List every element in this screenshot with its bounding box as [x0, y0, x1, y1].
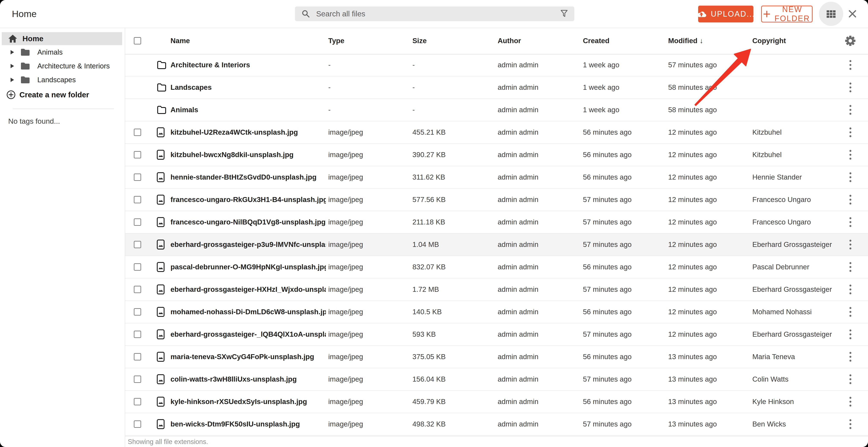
column-header-name[interactable]: Name — [170, 37, 326, 45]
column-header-author[interactable]: Author — [498, 37, 521, 45]
sidebar-item-landscapes[interactable]: Landscapes — [0, 73, 125, 87]
row-menu-button[interactable] — [845, 419, 855, 429]
file-type: image/jpeg — [328, 240, 363, 249]
row-menu-button[interactable] — [845, 173, 855, 182]
create-folder-button[interactable]: Create a new folder — [0, 88, 125, 101]
expand-caret-icon[interactable] — [10, 78, 14, 82]
table-row[interactable]: Animals--admin admin1 week ago58 minutes… — [125, 99, 868, 121]
row-menu-button[interactable] — [845, 217, 855, 227]
file-type: image/jpeg — [328, 173, 363, 181]
row-checkbox[interactable] — [134, 218, 141, 226]
column-header-created[interactable]: Created — [583, 37, 610, 45]
file-size: 375.05 KB — [412, 353, 446, 361]
created-time: 1 week ago — [583, 106, 619, 114]
kebab-dot — [849, 337, 851, 339]
row-menu-button[interactable] — [845, 195, 855, 205]
row-checkbox[interactable] — [134, 241, 141, 248]
row-menu-button[interactable] — [845, 240, 855, 249]
row-menu-button[interactable] — [845, 375, 855, 384]
row-checkbox[interactable] — [134, 376, 141, 383]
row-menu-button[interactable] — [845, 262, 855, 272]
row-menu-button[interactable] — [845, 127, 855, 137]
column-header-copyright[interactable]: Copyright — [752, 37, 845, 45]
row-menu-button[interactable] — [845, 352, 855, 362]
row-checkbox[interactable] — [134, 398, 141, 405]
folder-icon — [157, 105, 166, 114]
kebab-dot — [849, 176, 851, 178]
file-author: admin admin — [498, 151, 538, 159]
select-all-checkbox[interactable] — [134, 37, 141, 44]
expand-caret-icon[interactable] — [10, 64, 14, 68]
row-menu-button[interactable] — [845, 150, 855, 160]
file-size: 390.27 KB — [412, 151, 446, 159]
table-row[interactable]: mohamed-nohassi-Di-DmLD6cW8-unsplash.jpg… — [125, 301, 868, 323]
row-checkbox[interactable] — [134, 420, 141, 428]
table-row[interactable]: kyle-hinkson-rXSUedxSyIs-unsplash.jpgima… — [125, 391, 868, 413]
created-time: 57 minutes ago — [583, 196, 632, 204]
kebab-dot — [849, 375, 851, 377]
column-header-type[interactable]: Type — [328, 37, 344, 45]
filter-icon[interactable] — [560, 10, 568, 18]
row-checkbox[interactable] — [134, 353, 141, 360]
grid-view-button[interactable] — [819, 2, 843, 26]
row-menu-button[interactable] — [845, 307, 855, 317]
file-name: Animals — [170, 106, 326, 114]
row-menu-button[interactable] — [845, 397, 855, 407]
image-file-icon — [157, 195, 165, 205]
table-row[interactable]: eberhard-grossgasteiger-HXHzI_Wjxdo-unsp… — [125, 278, 868, 301]
search-input[interactable] — [316, 9, 555, 18]
table-row[interactable]: hennie-stander-BtHtZsGvdD0-unsplash.jpgi… — [125, 166, 868, 189]
table-row[interactable]: eberhard-grossgasteiger-_lQB4QlX1oA-unsp… — [125, 323, 868, 346]
search-icon — [302, 9, 310, 18]
table-row[interactable]: francesco-ungaro-NilBQqD1Vg8-unsplash.jp… — [125, 211, 868, 234]
created-time: 1 week ago — [583, 61, 619, 69]
kebab-dot — [849, 270, 851, 272]
file-author: admin admin — [498, 285, 538, 294]
file-size: 156.04 KB — [412, 375, 446, 383]
file-name: kyle-hinkson-rXSUedxSyIs-unsplash.jpg — [170, 397, 326, 406]
sidebar-item-architecture-interiors[interactable]: Architecture & Interiors — [0, 59, 125, 73]
column-settings-button[interactable] — [845, 35, 856, 47]
table-row[interactable]: pascal-debrunner-O-MG9HpNKgI-unsplash.jp… — [125, 256, 868, 278]
column-header-modified[interactable]: Modified↓ — [668, 37, 703, 45]
table-row[interactable]: Landscapes--admin admin1 week ago58 minu… — [125, 77, 868, 99]
row-checkbox[interactable] — [134, 308, 141, 316]
table-row[interactable]: ben-wicks-Dtm9FK50sIU-unsplash.jpgimage/… — [125, 413, 868, 436]
file-type: - — [328, 61, 331, 69]
table-row[interactable]: kitzbuhel-U2Reza4WCtk-unsplash.jpgimage/… — [125, 121, 868, 144]
new-folder-button[interactable]: NEW FOLDER — [761, 6, 812, 23]
sidebar-item-home[interactable]: Home — [2, 32, 122, 45]
table-row[interactable]: francesco-ungaro-RkGUx3H1-B4-unsplash.jp… — [125, 189, 868, 211]
table-row[interactable]: kitzbuhel-bwcxNg8dkiI-unsplash.jpgimage/… — [125, 144, 868, 166]
search-bar[interactable] — [295, 6, 574, 21]
row-menu-button[interactable] — [845, 285, 855, 294]
row-menu-button[interactable] — [845, 330, 855, 339]
row-menu-button[interactable] — [845, 105, 855, 115]
row-checkbox[interactable] — [134, 196, 141, 203]
close-button[interactable] — [846, 8, 859, 20]
row-checkbox[interactable] — [134, 286, 141, 293]
file-size: - — [412, 83, 415, 91]
upload-button[interactable]: UPLOAD... — [698, 6, 753, 23]
row-menu-button[interactable] — [845, 83, 855, 92]
file-author: admin admin — [498, 420, 538, 428]
file-size: 577.56 KB — [412, 196, 446, 204]
table-row[interactable]: Architecture & Interiors--admin admin1 w… — [125, 54, 868, 77]
row-checkbox[interactable] — [134, 331, 141, 338]
column-header-size[interactable]: Size — [412, 37, 427, 45]
file-type: - — [328, 83, 331, 91]
table-row[interactable]: maria-teneva-SXwCyG4FoPk-unsplash.jpgima… — [125, 346, 868, 368]
kebab-dot — [849, 262, 851, 264]
copyright-value: Kitzbuhel — [752, 128, 845, 137]
copyright-value: Maria Teneva — [752, 353, 845, 361]
row-checkbox[interactable] — [134, 263, 141, 271]
sidebar-item-animals[interactable]: Animals — [0, 45, 125, 59]
row-menu-button[interactable] — [845, 60, 855, 70]
expand-caret-icon[interactable] — [10, 50, 14, 54]
table-row[interactable]: colin-watts-r3wH8lliUxs-unsplash.jpgimag… — [125, 368, 868, 391]
row-checkbox[interactable] — [134, 129, 141, 136]
table-row[interactable]: eberhard-grossgasteiger-p3u9-lMVNfc-unsp… — [125, 234, 868, 256]
row-checkbox[interactable] — [134, 174, 141, 181]
created-time: 56 minutes ago — [583, 173, 632, 181]
row-checkbox[interactable] — [134, 151, 141, 158]
